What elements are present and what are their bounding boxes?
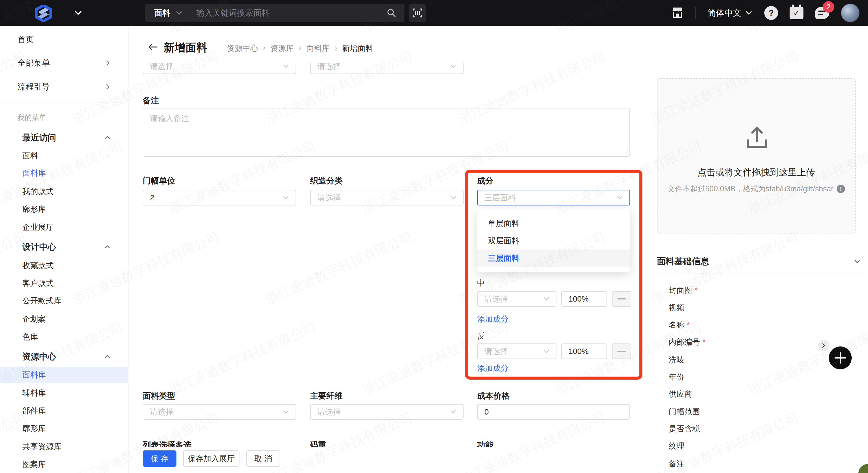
chevron-down-icon	[450, 409, 457, 414]
back-arrow-icon[interactable]	[147, 42, 159, 53]
field-tax-included[interactable]: 是否含税	[669, 424, 700, 434]
search-category[interactable]: 面料	[154, 7, 170, 19]
dropdown-option-triple-layer[interactable]: 三层面料	[477, 249, 630, 267]
field-care-label[interactable]: 洗唛	[669, 354, 684, 365]
sidebar-item-color-library[interactable]: 色库	[0, 329, 128, 345]
dropdown-option-single-layer[interactable]: 单层面料	[477, 214, 630, 232]
main-fiber-select[interactable]: 请选择	[310, 404, 464, 420]
field-video[interactable]: 视频	[669, 302, 684, 313]
field-remark[interactable]: 备注	[669, 459, 684, 469]
cost-price-input[interactable]: 0	[477, 404, 630, 420]
scan-barcode-button[interactable]	[409, 4, 426, 22]
layer-back-label: 反	[477, 331, 485, 341]
remove-component-button[interactable]	[612, 343, 631, 359]
breadcrumb-separator: ›	[335, 43, 337, 54]
file-upload-dropzone[interactable]: 点击或将文件拖拽到这里上传 文件不超过500.0MB，格式为sfab/u3ma/…	[657, 78, 856, 234]
chevron-down-icon	[616, 195, 623, 200]
sidebar-item-process-guide[interactable]: 流程引导	[0, 79, 128, 95]
field-internal-code[interactable]: 内部编号*	[669, 337, 706, 347]
layer-middle-percent-input[interactable]: 100%	[561, 291, 607, 307]
app-logo[interactable]	[35, 5, 52, 22]
messages-button[interactable]: 2	[815, 7, 829, 19]
breadcrumb-item[interactable]: 资源中心	[227, 43, 258, 54]
global-search[interactable]: 面料 输入关键词搜索面料	[145, 4, 404, 22]
section-title: 面料基础信息	[657, 256, 709, 268]
composition-select[interactable]: 三层面料	[477, 190, 630, 205]
dropdown-option-double-layer[interactable]: 双层面料	[477, 232, 630, 249]
remark-textarea[interactable]: 请输入备注	[143, 108, 630, 157]
cost-price-label: 成本价格	[477, 391, 510, 401]
sidebar-item-planning-case[interactable]: 企划案	[0, 311, 128, 327]
save-and-join-hall-button[interactable]: 保存加入展厅	[183, 450, 240, 467]
layer-back-select[interactable]: 请选择	[477, 343, 556, 359]
sidebar-item-shared-resource-library[interactable]: 共享资源库	[0, 438, 128, 454]
sidebar-group-design-center[interactable]: 设计中心	[0, 239, 128, 255]
remove-component-button[interactable]	[612, 291, 631, 307]
sidebar-item-fabric-library-active[interactable]: 面料库	[0, 367, 128, 383]
sidebar-item-favorite-styles[interactable]: 收藏款式	[0, 257, 128, 274]
help-icon[interactable]: ?	[764, 6, 778, 20]
save-button[interactable]: 保 存	[143, 450, 177, 467]
sidebar-item-all-menus[interactable]: 全部菜单	[0, 55, 128, 71]
chevron-down-icon	[450, 195, 457, 200]
right-panel: 点击或将文件拖拽到这里上传 文件不超过500.0MB，格式为sfab/u3ma/…	[654, 63, 868, 473]
chevron-up-icon	[104, 354, 111, 360]
width-unit-label: 门幅单位	[143, 175, 175, 186]
sidebar-item-silhouette-library-recent[interactable]: 廓形库	[0, 201, 128, 217]
resize-grip-icon[interactable]	[621, 150, 630, 154]
user-avatar[interactable]	[841, 4, 860, 22]
search-category-chevron-icon[interactable]	[175, 10, 183, 16]
layer-middle-select[interactable]: 请选择	[477, 291, 556, 307]
form-footer: 保 存 保存加入展厅 取 消	[128, 447, 654, 473]
tasks-calendar-icon[interactable]: ✓	[789, 7, 803, 19]
expand-panel-button[interactable]	[818, 340, 829, 351]
search-input[interactable]: 输入关键词搜索面料	[196, 7, 386, 19]
sidebar-item-public-style-library[interactable]: 公开款式库	[0, 293, 128, 309]
layer-back-percent-input[interactable]: 100%	[561, 343, 607, 359]
fabric-basic-info-section[interactable]: 面料基础信息	[657, 256, 861, 268]
breadcrumb-item[interactable]: 面料库	[306, 43, 330, 54]
sidebar-item-silhouette-library[interactable]: 廓形库	[0, 420, 128, 437]
weave-class-label: 织造分类	[310, 175, 343, 186]
field-name[interactable]: 名称*	[669, 319, 690, 330]
field-width-range[interactable]: 门幅范围	[669, 406, 700, 417]
add-component-link-back[interactable]: 添加成分	[477, 363, 508, 374]
sidebar-group-label: 最近访问	[22, 132, 56, 143]
sidebar-item-fabric-library-recent[interactable]: 面料库	[0, 165, 128, 181]
field-supplier[interactable]: 供应商	[669, 389, 692, 400]
add-fab-button[interactable]	[829, 346, 852, 369]
topbar: 面料 输入关键词搜索面料	[0, 0, 868, 26]
sidebar-group-resource-center[interactable]: 资源中心	[0, 348, 128, 365]
weave-class-select[interactable]: 请选择	[310, 190, 464, 205]
store-icon[interactable]	[671, 6, 684, 20]
breadcrumb-item[interactable]: 资源库	[271, 43, 294, 54]
sidebar-item-fabric[interactable]: 面料	[0, 147, 128, 164]
sidebar-item-my-styles[interactable]: 我的款式	[0, 183, 128, 199]
field-year[interactable]: 年份	[669, 372, 684, 382]
info-icon[interactable]: !	[837, 185, 845, 193]
upload-title: 点击或将文件拖拽到这里上传	[657, 166, 855, 179]
sidebar-item-customer-styles[interactable]: 客户款式	[0, 275, 128, 291]
workspace-chevron-down-icon[interactable]	[73, 9, 83, 18]
composition-label: 成分	[477, 175, 493, 186]
field-cover-image[interactable]: 封面图*	[669, 285, 698, 296]
sidebar-item-enterprise-hall[interactable]: 企业展厅	[0, 219, 128, 235]
sidebar-item-home[interactable]: 首页	[0, 31, 128, 47]
width-unit-select[interactable]: 2	[143, 190, 296, 205]
field-texture[interactable]: 纹理	[669, 441, 684, 451]
chevron-down-icon[interactable]	[853, 259, 861, 265]
composition-dropdown: 单层面料 双层面料 三层面料	[477, 208, 630, 272]
fabric-type-select[interactable]: 请选择	[143, 404, 296, 420]
cancel-button[interactable]: 取 消	[246, 450, 280, 467]
search-icon[interactable]	[386, 8, 397, 18]
sidebar-item-pattern-library[interactable]: 图案库	[0, 456, 128, 472]
add-component-link-middle[interactable]: 添加成分	[477, 314, 508, 325]
message-count-badge: 2	[823, 1, 834, 13]
page-title: 新增面料	[164, 40, 207, 55]
chevron-down-icon	[450, 64, 457, 69]
sidebar-group-recent[interactable]: 最近访问	[0, 130, 128, 146]
sidebar-group-label: 资源中心	[22, 351, 56, 363]
language-switcher[interactable]: 简体中文	[708, 7, 753, 19]
sidebar-item-trim-library[interactable]: 辅料库	[0, 385, 128, 401]
sidebar-item-parts-library[interactable]: 部件库	[0, 403, 128, 419]
